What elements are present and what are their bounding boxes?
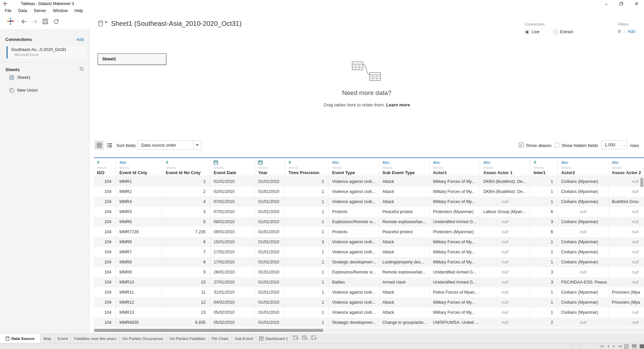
cell: null <box>480 307 530 317</box>
menu-help[interactable]: Help <box>71 8 87 13</box>
filters-add-link[interactable]: Add <box>628 29 635 34</box>
column-name: Year <box>258 170 285 175</box>
column-header-inter1[interactable]: #Sheet1Inter1 <box>530 158 558 176</box>
previous-record-icon[interactable] <box>606 345 610 348</box>
refresh-icon[interactable] <box>52 18 60 24</box>
presentation-mode-icon[interactable] <box>639 344 644 348</box>
filmstrip-view-icon[interactable] <box>632 344 637 348</box>
show-sheet-tabs-icon[interactable] <box>624 344 629 348</box>
column-header-assoc-actor-1[interactable]: AbcSheet1Assoc Actor 1 <box>480 158 530 176</box>
column-header-event-type[interactable]: AbcSheet1Event Type <box>329 158 379 176</box>
grid-view-button[interactable] <box>95 141 103 149</box>
cell: 3 <box>530 277 558 287</box>
first-record-icon[interactable] <box>600 345 604 348</box>
search-icon[interactable] <box>79 66 84 72</box>
vertical-scrollbar-thumb[interactable] <box>640 178 643 187</box>
cell: 01/01/2010 <box>255 197 285 207</box>
cell: null <box>480 297 530 307</box>
apply-rows-arrow-icon[interactable]: → <box>620 142 627 147</box>
list-view-button[interactable] <box>105 141 114 149</box>
rows-count-input[interactable] <box>602 142 620 147</box>
cell: DKBA (Buddhist): De... <box>480 187 530 197</box>
show-hidden-fields-checkbox[interactable] <box>554 143 559 147</box>
cell: 01/01/2010 <box>255 257 285 267</box>
horizontal-scrollbar[interactable] <box>94 328 644 333</box>
column-header-year[interactable]: Sheet1Year <box>255 158 285 176</box>
tableau-home-icon[interactable] <box>7 18 14 25</box>
close-button[interactable]: ✕ <box>629 0 644 7</box>
cell: Military Forces of My... <box>430 177 480 187</box>
column-header-event-id-no-cnty[interactable]: #Sheet1Event Id No Cnty <box>162 158 210 176</box>
horizontal-scrollbar-thumb[interactable] <box>94 329 323 332</box>
column-header-actor2[interactable]: AbcSheet1Actor2 <box>558 158 608 176</box>
number-type-icon: # <box>166 160 210 165</box>
sidebar-item-new-union[interactable]: New Union <box>0 87 90 94</box>
cell: 1 <box>285 287 329 297</box>
column-header-iso[interactable]: #Sheet1ISO <box>94 158 116 176</box>
show-aliases-checkbox[interactable]: ✓ <box>519 143 524 147</box>
tab-pie-chart[interactable]: Pie Chart <box>209 334 231 343</box>
add-connection-link[interactable]: Add <box>76 37 84 42</box>
new-dashboard-button[interactable] <box>301 334 310 343</box>
datasource-db-icon[interactable] <box>98 20 108 28</box>
table-row: 104MMR8817/01/201001/01/20101Strategic d… <box>94 257 644 267</box>
extract-radio[interactable]: Extract <box>553 29 573 35</box>
column-name: Assoc Actor 1 <box>483 170 530 175</box>
column-header-event-date[interactable]: Sheet1Event Date <box>210 158 255 176</box>
column-source: Sheet1 <box>258 166 285 169</box>
tab-label: Map <box>44 336 51 341</box>
cell: Strategic developmen... <box>329 257 379 267</box>
cell: Protests <box>329 227 379 237</box>
tab-map[interactable]: Map <box>41 334 55 343</box>
column-header-sub-event-type[interactable]: AbcSheet1Sub Event Type <box>379 158 430 176</box>
cell: Battles <box>329 277 379 287</box>
menu-window[interactable]: Window <box>49 8 71 13</box>
last-record-icon[interactable] <box>618 345 623 348</box>
column-name: Event Type <box>332 170 379 175</box>
column-header-assoc-actor-2[interactable]: AbcSheet1Assoc Actor 2 <box>608 158 644 176</box>
new-worksheet-button[interactable] <box>291 334 301 343</box>
cell: 01/01/2010 <box>255 217 285 227</box>
column-header-event-id-cnty[interactable]: AbcSheet1Event Id Cnty <box>116 158 162 176</box>
tab-event[interactable]: Event <box>55 334 71 343</box>
cell: null <box>480 197 530 207</box>
cell: 09/01/2010 <box>210 227 255 237</box>
tab-fatalities-over-the-years[interactable]: Fatalities over the years <box>71 334 119 343</box>
tab-dashboard-1[interactable]: Dashboard 1 <box>256 334 291 343</box>
tab-sub-event[interactable]: Sub Event <box>232 334 256 343</box>
sidebar-item-sheet1[interactable]: Sheet1 <box>0 74 90 81</box>
learn-more-link[interactable]: Learn more <box>386 102 410 107</box>
cell: null <box>558 267 608 277</box>
column-header-actor1[interactable]: AbcSheet1Actor1 <box>430 158 480 176</box>
tab-data-source[interactable]: Data Source <box>0 334 41 343</box>
cell: 01/01/2010 <box>255 187 285 197</box>
cell: Civilians (Myanmar) <box>558 257 608 267</box>
column-header-time-precision[interactable]: #Sheet1Time Precision <box>285 158 329 176</box>
cell: Explosions/Remote vi... <box>329 267 379 277</box>
column-source: Sheet1 <box>214 166 255 169</box>
status-bar <box>0 343 644 349</box>
cell: 02/01/2010 <box>210 187 255 197</box>
new-story-button[interactable] <box>310 334 319 343</box>
sort-order-dropdown[interactable]: Data source order <box>138 140 201 150</box>
live-radio[interactable]: Live <box>525 29 539 35</box>
tab-inv-parties-occurances[interactable]: Inv Parties Occurances <box>119 334 167 343</box>
cell: Military Forces of My... <box>430 247 480 257</box>
menu-server[interactable]: Server <box>31 8 50 13</box>
text-type-icon: Abc <box>561 160 608 165</box>
back-icon[interactable] <box>20 18 28 24</box>
menu-file[interactable]: File <box>1 8 15 13</box>
cell: Violence against civili... <box>329 307 379 317</box>
forward-icon[interactable] <box>31 18 38 24</box>
cell: MMR4 <box>116 197 162 207</box>
sort-fields-label: Sort fields <box>116 143 136 148</box>
next-record-icon[interactable] <box>612 345 616 348</box>
minimize-button[interactable]: – <box>599 0 614 7</box>
menu-data[interactable]: Data <box>15 8 30 13</box>
cell: 1 <box>285 247 329 257</box>
connection-item[interactable]: Southeast-As...0-2020_Oct31 Microsoft Ex… <box>5 46 85 58</box>
table-row: 104MMR5508/01/201001/01/20101Explosions/… <box>94 217 644 227</box>
save-icon[interactable] <box>42 18 49 24</box>
tab-inv-parties-fatalities[interactable]: Inv Parties Fatalities <box>167 334 209 343</box>
restore-button[interactable] <box>614 0 629 7</box>
